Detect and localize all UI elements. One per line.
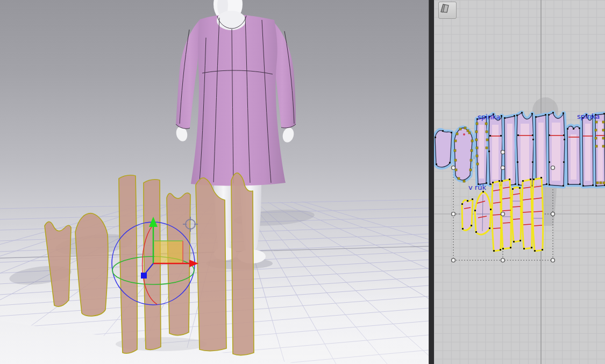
garment-dress[interactable] — [176, 11, 296, 186]
piece-sleeve-2[interactable] — [454, 128, 472, 180]
piece-3d-panel-5[interactable] — [231, 173, 254, 355]
ypiece-panel-5[interactable] — [532, 178, 543, 251]
piece-3d-sleeve-large[interactable] — [75, 213, 108, 316]
piece-3d-panel-4[interactable] — [196, 178, 226, 351]
handle-top-center[interactable] — [501, 166, 505, 170]
viewport-2d-patterns[interactable]: spinka spinka v rúk — [434, 0, 605, 364]
handle-mid-left[interactable] — [452, 212, 455, 216]
piece-sleeve-1[interactable] — [435, 131, 452, 167]
handle-top-left[interactable] — [452, 166, 455, 170]
handle-bottom-left[interactable] — [452, 259, 455, 262]
dress-neck-opening — [217, 11, 246, 30]
handle-center[interactable] — [501, 212, 505, 216]
ypiece-panel-4[interactable] — [522, 180, 532, 249]
piece-3d-panel-1[interactable] — [119, 175, 137, 353]
handle-bottom-right[interactable] — [551, 259, 555, 262]
handle-rotate[interactable] — [501, 151, 505, 154]
mannequin-right-hand — [281, 126, 295, 144]
gizmo-plane-handle[interactable] — [154, 241, 183, 263]
pattern-pieces-2d-blue[interactable] — [435, 112, 605, 187]
piece-label-spinka[interactable]: spinka — [478, 113, 500, 121]
ypiece-panel-1[interactable] — [492, 181, 501, 251]
handle-bottom-center[interactable] — [501, 259, 505, 262]
fabric-tool-button[interactable] — [438, 2, 457, 19]
fabric-piece-icon — [439, 2, 451, 14]
viewport-3d[interactable] — [0, 0, 429, 364]
piece-label-spinka-right[interactable]: spinka — [577, 112, 600, 120]
dress-body — [191, 15, 286, 186]
piece-3d-panel-3[interactable] — [167, 193, 190, 336]
piece-label-v-ruk[interactable]: v rúk — [468, 183, 486, 191]
app-window: spinka spinka v rúk — [0, 0, 605, 364]
ypiece-panel-3[interactable] — [512, 187, 521, 242]
handle-mid-right[interactable] — [551, 212, 555, 216]
handle-top-right[interactable] — [551, 166, 555, 170]
